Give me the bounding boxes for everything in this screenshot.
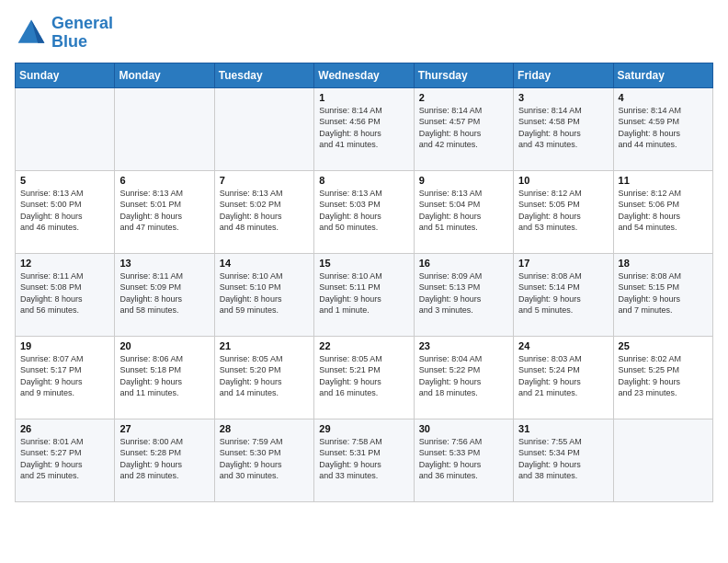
day-info: Sunrise: 7:56 AM Sunset: 5:33 PM Dayligh… xyxy=(419,436,508,482)
calendar-cell: 31Sunrise: 7:55 AM Sunset: 5:34 PM Dayli… xyxy=(514,419,613,501)
day-number: 8 xyxy=(319,175,408,186)
day-info: Sunrise: 8:14 AM Sunset: 4:56 PM Dayligh… xyxy=(319,105,408,151)
calendar-cell: 12Sunrise: 8:11 AM Sunset: 5:08 PM Dayli… xyxy=(16,253,115,336)
weekday-header-wednesday: Wednesday xyxy=(314,63,414,87)
day-number: 25 xyxy=(619,340,708,351)
day-number: 24 xyxy=(518,340,608,351)
day-info: Sunrise: 8:01 AM Sunset: 5:27 PM Dayligh… xyxy=(20,436,109,482)
calendar-cell: 22Sunrise: 8:05 AM Sunset: 5:21 PM Dayli… xyxy=(314,336,414,419)
calendar-cell: 9Sunrise: 8:13 AM Sunset: 5:04 PM Daylig… xyxy=(414,170,513,253)
calendar-cell: 21Sunrise: 8:05 AM Sunset: 5:20 PM Dayli… xyxy=(214,336,313,419)
calendar-cell: 1Sunrise: 8:14 AM Sunset: 4:56 PM Daylig… xyxy=(314,87,414,170)
calendar-cell: 25Sunrise: 8:02 AM Sunset: 5:25 PM Dayli… xyxy=(613,336,712,419)
calendar-cell xyxy=(214,87,313,170)
day-number: 13 xyxy=(119,258,209,269)
day-number: 19 xyxy=(20,340,109,351)
day-info: Sunrise: 8:02 AM Sunset: 5:25 PM Dayligh… xyxy=(619,353,708,399)
calendar-week-3: 12Sunrise: 8:11 AM Sunset: 5:08 PM Dayli… xyxy=(16,253,713,336)
day-number: 27 xyxy=(119,423,209,434)
calendar-cell: 27Sunrise: 8:00 AM Sunset: 5:28 PM Dayli… xyxy=(115,419,214,501)
calendar-cell: 26Sunrise: 8:01 AM Sunset: 5:27 PM Dayli… xyxy=(16,419,115,501)
calendar-week-2: 5Sunrise: 8:13 AM Sunset: 5:00 PM Daylig… xyxy=(16,170,713,253)
day-info: Sunrise: 8:05 AM Sunset: 5:20 PM Dayligh… xyxy=(220,353,309,399)
weekday-header-friday: Friday xyxy=(514,63,613,87)
calendar-cell: 28Sunrise: 7:59 AM Sunset: 5:30 PM Dayli… xyxy=(214,419,313,501)
calendar-cell: 17Sunrise: 8:08 AM Sunset: 5:14 PM Dayli… xyxy=(514,253,613,336)
day-number: 4 xyxy=(619,92,708,103)
day-number: 1 xyxy=(319,92,408,103)
day-number: 16 xyxy=(419,258,508,269)
day-number: 7 xyxy=(220,175,309,186)
calendar-cell: 2Sunrise: 8:14 AM Sunset: 4:57 PM Daylig… xyxy=(414,87,513,170)
calendar-week-4: 19Sunrise: 8:07 AM Sunset: 5:17 PM Dayli… xyxy=(16,336,713,419)
day-info: Sunrise: 8:11 AM Sunset: 5:08 PM Dayligh… xyxy=(20,270,109,316)
calendar-week-1: 1Sunrise: 8:14 AM Sunset: 4:56 PM Daylig… xyxy=(16,87,713,170)
calendar-cell: 8Sunrise: 8:13 AM Sunset: 5:03 PM Daylig… xyxy=(314,170,414,253)
day-number: 6 xyxy=(119,175,209,186)
day-info: Sunrise: 8:07 AM Sunset: 5:17 PM Dayligh… xyxy=(20,353,109,399)
day-info: Sunrise: 8:06 AM Sunset: 5:18 PM Dayligh… xyxy=(119,353,209,399)
day-info: Sunrise: 8:09 AM Sunset: 5:13 PM Dayligh… xyxy=(419,270,508,316)
day-number: 21 xyxy=(220,340,309,351)
calendar-cell: 18Sunrise: 8:08 AM Sunset: 5:15 PM Dayli… xyxy=(613,253,712,336)
day-info: Sunrise: 8:10 AM Sunset: 5:11 PM Dayligh… xyxy=(319,270,408,316)
calendar-table: SundayMondayTuesdayWednesdayThursdayFrid… xyxy=(15,63,713,502)
weekday-header-saturday: Saturday xyxy=(613,63,712,87)
day-info: Sunrise: 8:12 AM Sunset: 5:05 PM Dayligh… xyxy=(518,188,608,234)
day-number: 18 xyxy=(619,258,708,269)
day-info: Sunrise: 8:00 AM Sunset: 5:28 PM Dayligh… xyxy=(119,436,209,482)
day-info: Sunrise: 8:08 AM Sunset: 5:15 PM Dayligh… xyxy=(619,270,708,316)
day-number: 29 xyxy=(319,423,408,434)
day-number: 12 xyxy=(20,258,109,269)
day-number: 22 xyxy=(319,340,408,351)
day-info: Sunrise: 7:59 AM Sunset: 5:30 PM Dayligh… xyxy=(220,436,309,482)
calendar-cell xyxy=(16,87,115,170)
day-info: Sunrise: 8:05 AM Sunset: 5:21 PM Dayligh… xyxy=(319,353,408,399)
weekday-header-thursday: Thursday xyxy=(414,63,513,87)
day-info: Sunrise: 7:55 AM Sunset: 5:34 PM Dayligh… xyxy=(518,436,608,482)
day-info: Sunrise: 8:13 AM Sunset: 5:02 PM Dayligh… xyxy=(220,188,309,234)
weekday-header-monday: Monday xyxy=(115,63,214,87)
logo-text: General Blue xyxy=(51,15,113,52)
calendar-cell: 15Sunrise: 8:10 AM Sunset: 5:11 PM Dayli… xyxy=(314,253,414,336)
calendar-cell: 3Sunrise: 8:14 AM Sunset: 4:58 PM Daylig… xyxy=(514,87,613,170)
calendar-cell: 29Sunrise: 7:58 AM Sunset: 5:31 PM Dayli… xyxy=(314,419,414,501)
day-info: Sunrise: 8:08 AM Sunset: 5:14 PM Dayligh… xyxy=(518,270,608,316)
calendar-week-5: 26Sunrise: 8:01 AM Sunset: 5:27 PM Dayli… xyxy=(16,419,713,501)
day-number: 31 xyxy=(518,423,608,434)
calendar-cell: 30Sunrise: 7:56 AM Sunset: 5:33 PM Dayli… xyxy=(414,419,513,501)
day-number: 2 xyxy=(419,92,508,103)
calendar-cell: 23Sunrise: 8:04 AM Sunset: 5:22 PM Dayli… xyxy=(414,336,513,419)
calendar-cell: 13Sunrise: 8:11 AM Sunset: 5:09 PM Dayli… xyxy=(115,253,214,336)
day-info: Sunrise: 8:11 AM Sunset: 5:09 PM Dayligh… xyxy=(119,270,209,316)
calendar-cell: 14Sunrise: 8:10 AM Sunset: 5:10 PM Dayli… xyxy=(214,253,313,336)
day-number: 3 xyxy=(518,92,608,103)
day-info: Sunrise: 8:10 AM Sunset: 5:10 PM Dayligh… xyxy=(220,270,309,316)
calendar-cell: 16Sunrise: 8:09 AM Sunset: 5:13 PM Dayli… xyxy=(414,253,513,336)
calendar-cell: 4Sunrise: 8:14 AM Sunset: 4:59 PM Daylig… xyxy=(613,87,712,170)
day-info: Sunrise: 8:13 AM Sunset: 5:01 PM Dayligh… xyxy=(119,188,209,234)
day-info: Sunrise: 8:14 AM Sunset: 4:58 PM Dayligh… xyxy=(518,105,608,151)
calendar-cell: 6Sunrise: 8:13 AM Sunset: 5:01 PM Daylig… xyxy=(115,170,214,253)
day-number: 26 xyxy=(20,423,109,434)
day-info: Sunrise: 7:58 AM Sunset: 5:31 PM Dayligh… xyxy=(319,436,408,482)
day-number: 23 xyxy=(419,340,508,351)
calendar-cell xyxy=(613,419,712,501)
day-info: Sunrise: 8:13 AM Sunset: 5:03 PM Dayligh… xyxy=(319,188,408,234)
calendar-cell: 24Sunrise: 8:03 AM Sunset: 5:24 PM Dayli… xyxy=(514,336,613,419)
calendar-cell: 5Sunrise: 8:13 AM Sunset: 5:00 PM Daylig… xyxy=(16,170,115,253)
day-number: 10 xyxy=(518,175,608,186)
day-info: Sunrise: 8:13 AM Sunset: 5:04 PM Dayligh… xyxy=(419,188,508,234)
day-number: 14 xyxy=(220,258,309,269)
day-number: 28 xyxy=(220,423,309,434)
day-info: Sunrise: 8:12 AM Sunset: 5:06 PM Dayligh… xyxy=(619,188,708,234)
day-info: Sunrise: 8:14 AM Sunset: 4:57 PM Dayligh… xyxy=(419,105,508,151)
day-info: Sunrise: 8:04 AM Sunset: 5:22 PM Dayligh… xyxy=(419,353,508,399)
day-number: 11 xyxy=(619,175,708,186)
calendar-cell: 10Sunrise: 8:12 AM Sunset: 5:05 PM Dayli… xyxy=(514,170,613,253)
day-info: Sunrise: 8:14 AM Sunset: 4:59 PM Dayligh… xyxy=(619,105,708,151)
weekday-header-tuesday: Tuesday xyxy=(214,63,313,87)
logo-icon xyxy=(15,17,48,50)
calendar-cell: 7Sunrise: 8:13 AM Sunset: 5:02 PM Daylig… xyxy=(214,170,313,253)
page-header: General Blue xyxy=(15,15,713,52)
